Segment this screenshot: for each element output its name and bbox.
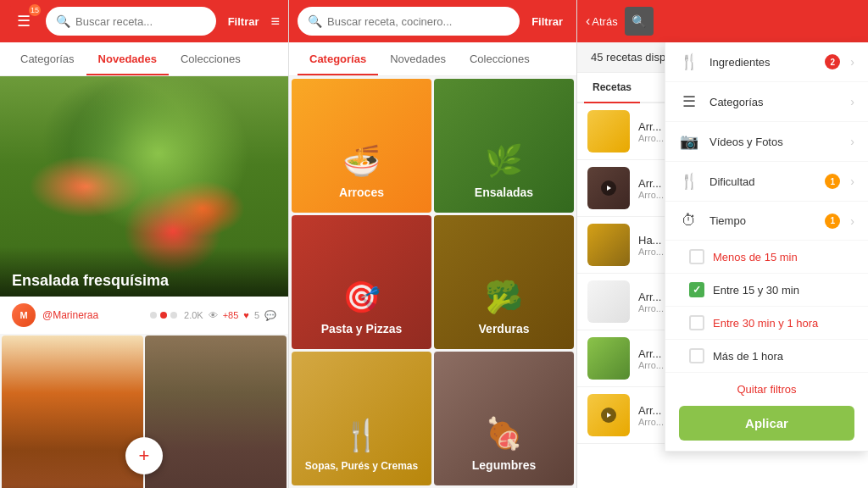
recipe-thumb-3 bbox=[587, 224, 630, 266]
dificultad-icon: 🍴 bbox=[679, 172, 699, 191]
recipe-thumb-5 bbox=[587, 337, 630, 380]
tabs-bar-left: Categorías Novedades Colecciones bbox=[0, 42, 288, 76]
chevron-left-icon: ‹ bbox=[586, 14, 590, 29]
tab-colecciones-middle[interactable]: Colecciones bbox=[458, 42, 542, 75]
filter-overlay: 🍴 Ingredientes 2 › ☰ Categorías › 📷 Víde… bbox=[665, 42, 868, 452]
ingredientes-icon: 🍴 bbox=[679, 53, 699, 71]
header-bar-middle: 🔍 Filtrar bbox=[289, 0, 576, 42]
sopas-icon: 🍴 bbox=[342, 418, 381, 453]
back-button[interactable]: ‹ Atrás bbox=[586, 14, 618, 29]
tiempo-label: Tiempo bbox=[709, 214, 815, 227]
tab-recetas-right[interactable]: Recetas bbox=[584, 73, 640, 103]
category-sopas[interactable]: 🍴 Sopas, Purés y Cremas bbox=[292, 352, 431, 485]
time-option-3[interactable]: Entre 30 min y 1 hora bbox=[665, 307, 868, 340]
play-button-6[interactable] bbox=[601, 408, 616, 423]
stats: 2.0K 👁 +85 ♥ 5 💬 bbox=[184, 310, 276, 321]
username[interactable]: @Marineraa bbox=[42, 309, 98, 321]
dificultad-badge: 1 bbox=[825, 174, 840, 189]
verduras-icon: 🥦 bbox=[485, 280, 523, 315]
checkbox-30-1h[interactable] bbox=[689, 315, 704, 330]
sopas-label: Sopas, Purés y Cremas bbox=[305, 460, 418, 472]
filter-button-left[interactable]: Filtrar bbox=[223, 12, 264, 31]
play-overlay-2 bbox=[587, 167, 630, 209]
search-input-middle[interactable] bbox=[327, 15, 509, 28]
header-bar-left: ☰ 15 🔍 Filtrar ≡ bbox=[0, 0, 288, 42]
tab-colecciones-left[interactable]: Colecciones bbox=[169, 42, 253, 75]
content-area-left: Ensalada fresquísima M @Marineraa 2.0K 👁… bbox=[0, 76, 288, 488]
aplicar-button[interactable]: Aplicar bbox=[679, 406, 854, 441]
search-bar-middle[interactable]: 🔍 bbox=[298, 7, 520, 36]
menu-badge: 15 bbox=[29, 4, 41, 16]
tab-novedades-left[interactable]: Novedades bbox=[86, 42, 169, 75]
dot-3 bbox=[170, 312, 177, 319]
time-option-4[interactable]: Más de 1 hora bbox=[665, 340, 868, 373]
categorias-filter-label: Categorías bbox=[709, 96, 840, 108]
featured-recipe-title: Ensalada fresquísima bbox=[12, 272, 276, 290]
checkbox-15min[interactable] bbox=[689, 249, 704, 264]
search-icon-middle: 🔍 bbox=[308, 14, 322, 28]
dificultad-label: Dificultad bbox=[709, 175, 815, 188]
categorias-arrow: › bbox=[850, 95, 854, 108]
back-label: Atrás bbox=[592, 15, 617, 28]
burger-image bbox=[2, 336, 143, 488]
play-button-2[interactable] bbox=[601, 180, 616, 196]
panel-right: ‹ Atrás 🔍 45 recetas disponibles Recetas… bbox=[576, 0, 868, 488]
quitar-filtros-button[interactable]: Quitar filtros bbox=[665, 373, 868, 406]
card-info: Ensalada fresquísima bbox=[0, 247, 288, 297]
category-legumbres[interactable]: 🍖 Legumbres bbox=[434, 352, 574, 485]
filter-ingredientes[interactable]: 🍴 Ingredientes 2 › bbox=[665, 42, 868, 82]
play-overlay-1 bbox=[587, 110, 630, 152]
time-option-1[interactable]: Menos de 15 min bbox=[665, 241, 868, 274]
search-bar-left[interactable]: 🔍 bbox=[46, 7, 216, 36]
likes-count: +85 bbox=[223, 310, 239, 320]
hamburger-icon-left[interactable]: ≡ bbox=[270, 13, 280, 30]
play-triangle-6 bbox=[607, 413, 611, 418]
search-button-right[interactable]: 🔍 bbox=[625, 7, 654, 36]
recipe-thumb-1 bbox=[587, 110, 630, 152]
stew-image bbox=[145, 336, 287, 488]
menu-button[interactable]: ☰ 15 bbox=[8, 6, 39, 36]
card-footer: M @Marineraa 2.0K 👁 +85 ♥ 5 💬 bbox=[0, 297, 288, 334]
clock-icon: ⏱ bbox=[679, 212, 699, 230]
filter-videos[interactable]: 📷 Vídeos y Fotos › bbox=[665, 122, 868, 162]
dificultad-arrow: › bbox=[850, 175, 854, 188]
filter-tiempo[interactable]: ⏱ Tiempo 1 › bbox=[665, 202, 868, 241]
legumbres-icon: 🍖 bbox=[485, 416, 523, 452]
category-verduras[interactable]: 🥦 Verduras bbox=[434, 215, 574, 349]
time-label-2: Entre 15 y 30 min bbox=[713, 284, 799, 297]
ingredientes-label: Ingredientes bbox=[709, 56, 815, 69]
views-count: 2.0K bbox=[184, 310, 203, 320]
ensaladas-label: Ensaladas bbox=[475, 186, 533, 199]
filter-categorias[interactable]: ☰ Categorías › bbox=[665, 82, 868, 122]
pasta-icon: 🎯 bbox=[342, 280, 381, 315]
category-arroces[interactable]: 🍜 Arroces bbox=[292, 79, 431, 213]
menu-icon: ☰ bbox=[17, 12, 31, 30]
verduras-label: Verduras bbox=[479, 322, 530, 336]
checkbox-15-30min[interactable] bbox=[689, 282, 704, 297]
comment-icon: 💬 bbox=[264, 310, 276, 321]
play-overlay-6 bbox=[587, 394, 630, 436]
small-card-1[interactable]: Hamburguesa de pescado con al... bbox=[2, 336, 143, 488]
featured-recipe-card[interactable]: Ensalada fresquísima bbox=[0, 76, 288, 297]
fab-button[interactable]: + bbox=[125, 437, 163, 474]
filter-dificultad[interactable]: 🍴 Dificultad 1 › bbox=[665, 162, 868, 202]
filter-button-middle[interactable]: Filtrar bbox=[526, 12, 568, 31]
small-card-2[interactable]: Menestra de terminillas y por... bbox=[145, 336, 287, 488]
tab-categorias-middle[interactable]: Categorías bbox=[298, 42, 378, 75]
panel-left: ☰ 15 🔍 Filtrar ≡ Categorías Novedades Co… bbox=[0, 0, 288, 488]
search-icon: 🔍 bbox=[56, 14, 70, 28]
category-pasta[interactable]: 🎯 Pasta y Pizzas bbox=[292, 215, 431, 349]
time-option-2[interactable]: Entre 15 y 30 min bbox=[665, 274, 868, 307]
recipe-thumb-4 bbox=[587, 280, 630, 323]
tab-novedades-middle[interactable]: Novedades bbox=[378, 42, 458, 75]
tiempo-arrow: › bbox=[850, 214, 854, 228]
search-input-left[interactable] bbox=[75, 15, 206, 28]
dot-1 bbox=[150, 312, 157, 319]
category-ensaladas[interactable]: 🌿 Ensaladas bbox=[434, 79, 574, 213]
small-card-title-1: Hamburguesa de pescado con al... bbox=[2, 485, 143, 488]
camera-icon: 📷 bbox=[679, 132, 699, 151]
tiempo-badge: 1 bbox=[825, 214, 840, 229]
tab-categorias-left[interactable]: Categorías bbox=[8, 42, 86, 75]
checkbox-1h[interactable] bbox=[689, 348, 704, 363]
ingredientes-badge: 2 bbox=[825, 54, 840, 69]
